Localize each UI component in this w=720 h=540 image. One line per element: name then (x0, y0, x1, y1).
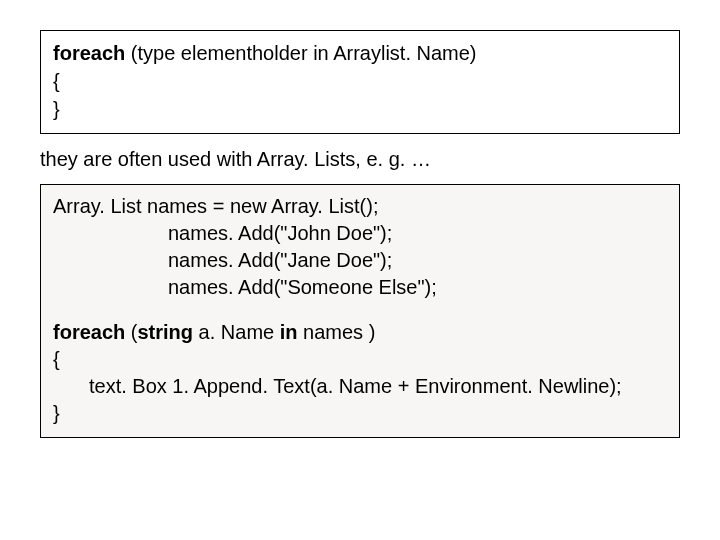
example-line-1: Array. List names = new Array. List(); (53, 193, 667, 220)
example-box: Array. List names = new Array. List(); n… (40, 184, 680, 438)
page: foreach (type elementholder in Arraylist… (0, 0, 720, 458)
example-line-2: names. Add("John Doe"); (53, 220, 667, 247)
example-foreach-line: foreach (string a. Name in names ) (53, 319, 667, 346)
syntax-brace-close: } (53, 95, 667, 123)
foreach-keyword-2: foreach (53, 321, 131, 343)
type-keyword: string (137, 321, 193, 343)
example-brace-close: } (53, 400, 667, 427)
in-keyword: in (280, 321, 298, 343)
foreach-keyword: foreach (53, 42, 125, 64)
foreach-var: a. Name (193, 321, 280, 343)
example-line-3: names. Add("Jane Doe"); (53, 247, 667, 274)
syntax-brace-open: { (53, 67, 667, 95)
syntax-line-1: foreach (type elementholder in Arraylist… (53, 39, 667, 67)
description-text: they are often used with Array. Lists, e… (40, 148, 680, 170)
example-brace-open: { (53, 346, 667, 373)
example-line-4: names. Add("Someone Else"); (53, 274, 667, 301)
foreach-collection: names ) (298, 321, 376, 343)
example-body-line: text. Box 1. Append. Text(a. Name + Envi… (53, 373, 667, 400)
foreach-params: (type elementholder in Arraylist. Name) (125, 42, 476, 64)
syntax-box: foreach (type elementholder in Arraylist… (40, 30, 680, 134)
